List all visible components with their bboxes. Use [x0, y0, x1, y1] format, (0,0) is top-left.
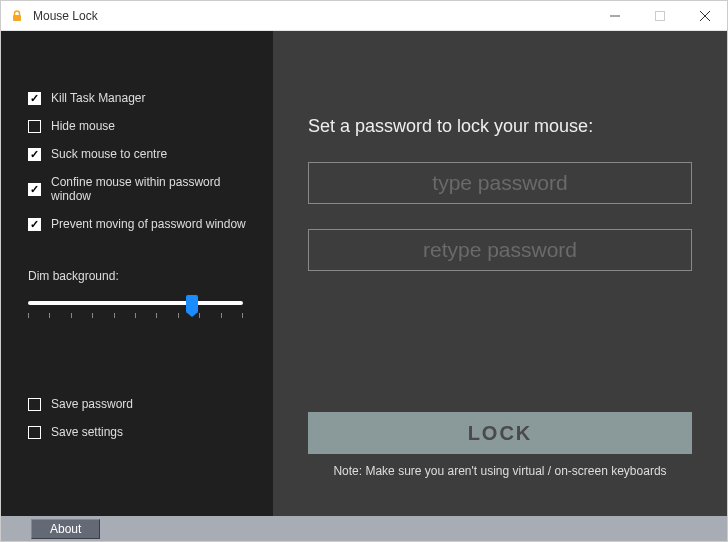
- option-label: Kill Task Manager: [51, 91, 146, 105]
- checkbox-icon[interactable]: [28, 218, 41, 231]
- option-label: Save settings: [51, 425, 123, 439]
- dim-label: Dim background:: [28, 269, 253, 283]
- slider-thumb[interactable]: [186, 295, 198, 313]
- about-button[interactable]: About: [31, 519, 100, 539]
- checkbox-icon[interactable]: [28, 120, 41, 133]
- option-confine-mouse[interactable]: Confine mouse within password window: [28, 175, 253, 203]
- option-kill-task-manager[interactable]: Kill Task Manager: [28, 91, 253, 105]
- main-panel: Set a password to lock your mouse: LOCK …: [273, 31, 727, 516]
- checkbox-icon[interactable]: [28, 398, 41, 411]
- svg-rect-2: [655, 11, 664, 20]
- slider-track: [28, 301, 243, 305]
- title-bar[interactable]: Mouse Lock: [1, 1, 727, 31]
- option-save-settings[interactable]: Save settings: [28, 425, 253, 439]
- options-panel: Kill Task Manager Hide mouse Suck mouse …: [1, 31, 273, 516]
- dim-slider[interactable]: [28, 295, 243, 325]
- option-label: Save password: [51, 397, 133, 411]
- svg-rect-0: [13, 15, 21, 21]
- app-body: Kill Task Manager Hide mouse Suck mouse …: [1, 31, 727, 516]
- lock-icon: [9, 8, 25, 24]
- option-save-password[interactable]: Save password: [28, 397, 253, 411]
- option-label: Suck mouse to centre: [51, 147, 167, 161]
- window-title: Mouse Lock: [33, 9, 592, 23]
- option-prevent-move[interactable]: Prevent moving of password window: [28, 217, 253, 231]
- option-label: Prevent moving of password window: [51, 217, 246, 231]
- option-label: Confine mouse within password window: [51, 175, 253, 203]
- password-input[interactable]: [308, 162, 692, 204]
- minimize-button[interactable]: [592, 1, 637, 30]
- lock-button[interactable]: LOCK: [308, 412, 692, 454]
- status-bar: About: [1, 516, 727, 541]
- window-controls: [592, 1, 727, 30]
- checkbox-icon[interactable]: [28, 92, 41, 105]
- retype-password-input[interactable]: [308, 229, 692, 271]
- option-suck-mouse[interactable]: Suck mouse to centre: [28, 147, 253, 161]
- option-hide-mouse[interactable]: Hide mouse: [28, 119, 253, 133]
- app-window: Mouse Lock Kill Task Manager Hide mouse: [0, 0, 728, 542]
- save-section: Save password Save settings: [28, 397, 253, 439]
- slider-ticks: [28, 313, 243, 318]
- option-label: Hide mouse: [51, 119, 115, 133]
- checkbox-icon[interactable]: [28, 183, 41, 196]
- maximize-button: [637, 1, 682, 30]
- keyboard-note: Note: Make sure you aren't using virtual…: [308, 464, 692, 478]
- checkbox-icon[interactable]: [28, 148, 41, 161]
- dim-section: Dim background:: [28, 269, 253, 325]
- close-button[interactable]: [682, 1, 727, 30]
- spacer: [308, 296, 692, 412]
- checkbox-icon[interactable]: [28, 426, 41, 439]
- main-heading: Set a password to lock your mouse:: [308, 116, 692, 137]
